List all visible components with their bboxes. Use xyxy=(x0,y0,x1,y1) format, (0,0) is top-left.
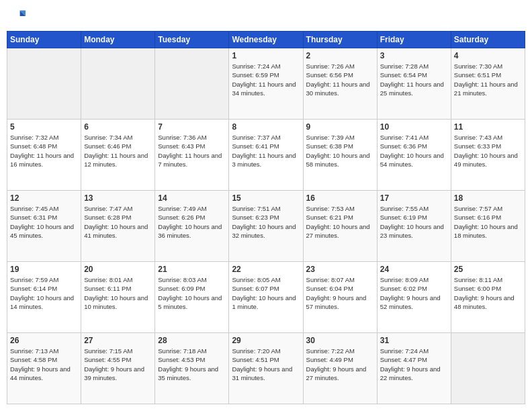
day-number: 4 xyxy=(454,51,522,60)
day-number: 30 xyxy=(306,336,374,345)
day-number: 3 xyxy=(380,51,448,60)
calendar-week-row: 1Sunrise: 7:24 AM Sunset: 6:59 PM Daylig… xyxy=(7,48,525,120)
day-number: 29 xyxy=(232,336,300,345)
day-number: 28 xyxy=(158,336,226,345)
day-info: Sunrise: 7:22 AM Sunset: 4:49 PM Dayligh… xyxy=(306,347,374,382)
day-info: Sunrise: 7:37 AM Sunset: 6:41 PM Dayligh… xyxy=(232,133,300,169)
calendar-cell: 1Sunrise: 7:24 AM Sunset: 6:59 PM Daylig… xyxy=(229,48,303,120)
day-info: Sunrise: 7:20 AM Sunset: 4:51 PM Dayligh… xyxy=(232,347,300,382)
day-number: 8 xyxy=(232,122,300,132)
day-number: 9 xyxy=(306,122,374,132)
day-info: Sunrise: 7:49 AM Sunset: 6:26 PM Dayligh… xyxy=(158,204,226,240)
calendar-cell xyxy=(451,333,525,404)
day-number: 24 xyxy=(380,265,448,274)
calendar-header-thursday: Thursday xyxy=(303,32,377,48)
calendar-cell: 30Sunrise: 7:22 AM Sunset: 4:49 PM Dayli… xyxy=(303,333,377,404)
day-info: Sunrise: 7:24 AM Sunset: 6:59 PM Dayligh… xyxy=(232,62,300,97)
day-info: Sunrise: 7:43 AM Sunset: 6:33 PM Dayligh… xyxy=(454,133,522,169)
calendar-week-row: 5Sunrise: 7:32 AM Sunset: 6:48 PM Daylig… xyxy=(7,120,525,191)
calendar-header-tuesday: Tuesday xyxy=(155,32,229,48)
day-number: 13 xyxy=(84,193,152,203)
day-number: 17 xyxy=(380,193,448,203)
day-number: 25 xyxy=(454,265,522,274)
day-info: Sunrise: 7:47 AM Sunset: 6:28 PM Dayligh… xyxy=(84,204,152,240)
calendar-cell: 8Sunrise: 7:37 AM Sunset: 6:41 PM Daylig… xyxy=(229,120,303,191)
day-number: 6 xyxy=(84,122,152,132)
day-number: 7 xyxy=(158,122,226,132)
calendar-header-saturday: Saturday xyxy=(451,32,525,48)
calendar-cell: 27Sunrise: 7:15 AM Sunset: 4:55 PM Dayli… xyxy=(81,333,155,404)
calendar-header-friday: Friday xyxy=(377,32,451,48)
day-info: Sunrise: 7:24 AM Sunset: 4:47 PM Dayligh… xyxy=(380,347,448,382)
calendar-cell: 17Sunrise: 7:55 AM Sunset: 6:19 PM Dayli… xyxy=(377,191,451,262)
calendar-cell: 5Sunrise: 7:32 AM Sunset: 6:48 PM Daylig… xyxy=(7,120,81,191)
day-number: 26 xyxy=(10,336,78,345)
calendar-cell: 26Sunrise: 7:13 AM Sunset: 4:58 PM Dayli… xyxy=(7,333,81,404)
day-info: Sunrise: 7:36 AM Sunset: 6:43 PM Dayligh… xyxy=(158,133,226,169)
calendar-cell: 31Sunrise: 7:24 AM Sunset: 4:47 PM Dayli… xyxy=(377,333,451,404)
calendar-cell: 21Sunrise: 8:03 AM Sunset: 6:09 PM Dayli… xyxy=(155,262,229,333)
calendar-cell xyxy=(7,48,81,120)
calendar-cell: 29Sunrise: 7:20 AM Sunset: 4:51 PM Dayli… xyxy=(229,333,303,404)
day-info: Sunrise: 7:13 AM Sunset: 4:58 PM Dayligh… xyxy=(10,347,78,382)
day-number: 11 xyxy=(454,122,522,132)
page: SundayMondayTuesdayWednesdayThursdayFrid… xyxy=(0,0,532,411)
day-info: Sunrise: 7:39 AM Sunset: 6:38 PM Dayligh… xyxy=(306,133,374,169)
day-number: 31 xyxy=(380,336,448,345)
day-info: Sunrise: 8:07 AM Sunset: 6:04 PM Dayligh… xyxy=(306,275,374,311)
day-number: 16 xyxy=(306,193,374,203)
calendar-cell: 10Sunrise: 7:41 AM Sunset: 6:36 PM Dayli… xyxy=(377,120,451,191)
day-info: Sunrise: 7:26 AM Sunset: 6:56 PM Dayligh… xyxy=(306,62,374,97)
logo xyxy=(7,7,28,26)
calendar-cell: 25Sunrise: 8:11 AM Sunset: 6:00 PM Dayli… xyxy=(451,262,525,333)
day-number: 2 xyxy=(306,51,374,60)
calendar-cell: 16Sunrise: 7:53 AM Sunset: 6:21 PM Dayli… xyxy=(303,191,377,262)
calendar-cell: 7Sunrise: 7:36 AM Sunset: 6:43 PM Daylig… xyxy=(155,120,229,191)
day-info: Sunrise: 8:11 AM Sunset: 6:00 PM Dayligh… xyxy=(454,275,522,311)
day-info: Sunrise: 7:51 AM Sunset: 6:23 PM Dayligh… xyxy=(232,204,300,240)
day-info: Sunrise: 7:30 AM Sunset: 6:51 PM Dayligh… xyxy=(454,62,522,97)
day-info: Sunrise: 8:01 AM Sunset: 6:11 PM Dayligh… xyxy=(84,275,152,311)
calendar-cell: 11Sunrise: 7:43 AM Sunset: 6:33 PM Dayli… xyxy=(451,120,525,191)
day-info: Sunrise: 7:32 AM Sunset: 6:48 PM Dayligh… xyxy=(10,133,78,169)
day-info: Sunrise: 7:53 AM Sunset: 6:21 PM Dayligh… xyxy=(306,204,374,240)
day-info: Sunrise: 7:55 AM Sunset: 6:19 PM Dayligh… xyxy=(380,204,448,240)
day-number: 14 xyxy=(158,193,226,203)
calendar-cell: 3Sunrise: 7:28 AM Sunset: 6:54 PM Daylig… xyxy=(377,48,451,120)
calendar-cell xyxy=(155,48,229,120)
header xyxy=(7,7,525,26)
calendar-cell: 20Sunrise: 8:01 AM Sunset: 6:11 PM Dayli… xyxy=(81,262,155,333)
calendar-cell: 19Sunrise: 7:59 AM Sunset: 6:14 PM Dayli… xyxy=(7,262,81,333)
calendar-header-row: SundayMondayTuesdayWednesdayThursdayFrid… xyxy=(7,32,525,48)
calendar: SundayMondayTuesdayWednesdayThursdayFrid… xyxy=(7,31,525,404)
day-info: Sunrise: 7:28 AM Sunset: 6:54 PM Dayligh… xyxy=(380,62,448,97)
day-number: 21 xyxy=(158,265,226,274)
day-number: 19 xyxy=(10,265,78,274)
day-number: 12 xyxy=(10,193,78,203)
day-number: 5 xyxy=(10,122,78,132)
calendar-cell: 14Sunrise: 7:49 AM Sunset: 6:26 PM Dayli… xyxy=(155,191,229,262)
day-info: Sunrise: 7:18 AM Sunset: 4:53 PM Dayligh… xyxy=(158,347,226,382)
day-info: Sunrise: 7:34 AM Sunset: 6:46 PM Dayligh… xyxy=(84,133,152,169)
calendar-header-sunday: Sunday xyxy=(7,32,81,48)
calendar-cell: 28Sunrise: 7:18 AM Sunset: 4:53 PM Dayli… xyxy=(155,333,229,404)
day-info: Sunrise: 7:45 AM Sunset: 6:31 PM Dayligh… xyxy=(10,204,78,240)
day-number: 1 xyxy=(232,51,300,60)
calendar-cell: 23Sunrise: 8:07 AM Sunset: 6:04 PM Dayli… xyxy=(303,262,377,333)
day-number: 23 xyxy=(306,265,374,274)
calendar-cell: 22Sunrise: 8:05 AM Sunset: 6:07 PM Dayli… xyxy=(229,262,303,333)
day-number: 22 xyxy=(232,265,300,274)
day-info: Sunrise: 7:41 AM Sunset: 6:36 PM Dayligh… xyxy=(380,133,448,169)
calendar-cell xyxy=(81,48,155,120)
day-info: Sunrise: 7:59 AM Sunset: 6:14 PM Dayligh… xyxy=(10,275,78,311)
calendar-cell: 15Sunrise: 7:51 AM Sunset: 6:23 PM Dayli… xyxy=(229,191,303,262)
day-info: Sunrise: 8:09 AM Sunset: 6:02 PM Dayligh… xyxy=(380,275,448,311)
calendar-cell: 6Sunrise: 7:34 AM Sunset: 6:46 PM Daylig… xyxy=(81,120,155,191)
calendar-cell: 18Sunrise: 7:57 AM Sunset: 6:16 PM Dayli… xyxy=(451,191,525,262)
calendar-header-wednesday: Wednesday xyxy=(229,32,303,48)
calendar-cell: 9Sunrise: 7:39 AM Sunset: 6:38 PM Daylig… xyxy=(303,120,377,191)
calendar-cell: 4Sunrise: 7:30 AM Sunset: 6:51 PM Daylig… xyxy=(451,48,525,120)
calendar-week-row: 26Sunrise: 7:13 AM Sunset: 4:58 PM Dayli… xyxy=(7,333,525,404)
day-number: 27 xyxy=(84,336,152,345)
calendar-cell: 13Sunrise: 7:47 AM Sunset: 6:28 PM Dayli… xyxy=(81,191,155,262)
